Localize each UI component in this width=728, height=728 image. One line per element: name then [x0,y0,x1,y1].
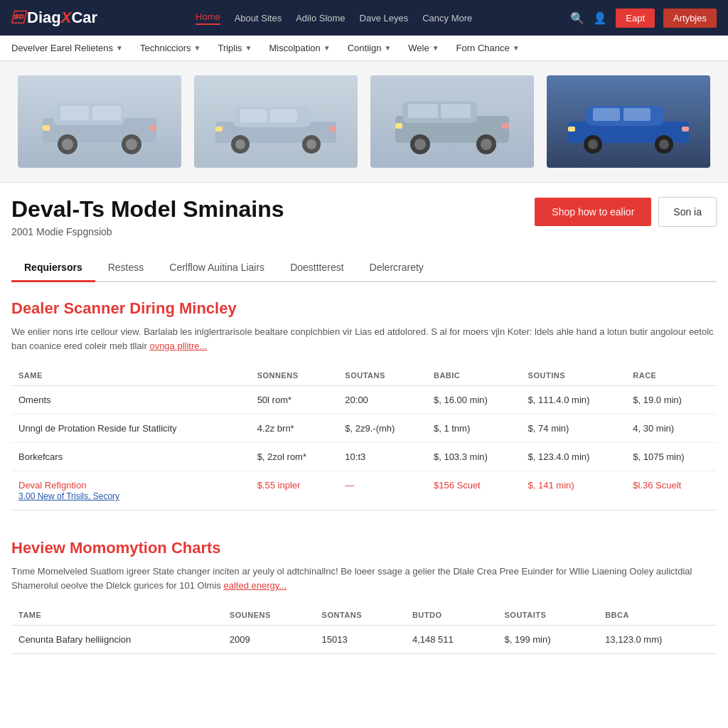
tab-cerlflow[interactable]: Cerlflow Auitina Liairs [156,255,277,282]
cell-sonnens: 4.2z brn* [250,414,338,443]
section2-link[interactable]: ealted energy... [223,580,287,591]
table-row: Unngl de Protation Reside fur Statlicity… [11,414,717,443]
nav-dave[interactable]: Dave Leyes [360,13,409,23]
cell-bbca: 13,123.0 mm) [598,626,717,654]
cell-babic: $, 103.3 min) [427,443,521,471]
user-icon[interactable]: 👤 [593,11,607,25]
secondary-nav-item-3[interactable]: Triplis ▼ [218,43,252,53]
chevron-icon-6: ▼ [432,44,439,52]
cell-sounens: 2009 [223,626,315,654]
cell-soutaits: $, 199 min) [498,626,599,654]
tab-delercrarety[interactable]: Delercrarety [357,255,437,282]
secondary-nav-item-6[interactable]: Wele ▼ [408,43,439,53]
cell-name: Cenunta Bafary helliigncion [11,626,223,654]
cell-name: Deval Refigntion3.00 New of Trisils, Sec… [11,471,250,510]
cell-sontans: 15013 [315,626,405,654]
secondary-nav-item-5[interactable]: Contiign ▼ [348,43,392,53]
table-row: Oments50l rom*20:00$, 16.00 min)$, 111.4… [11,386,717,414]
col-soutans: SOUTANS [338,365,427,386]
section2-desc: Tnme Momelveled Suatlom igreer State cha… [11,564,717,592]
svg-rect-33 [623,108,651,121]
tab-doesttterest[interactable]: Doesttterest [277,255,356,282]
register-button[interactable]: Artybjes [663,9,717,28]
son-button[interactable]: Son ia [658,197,717,227]
tab-requiersors[interactable]: Requiersors [11,255,95,282]
col-same: SAME [11,365,250,386]
tabs: Requiersors Restess Cerlflow Auitina Lia… [11,255,717,282]
cell-race: 4, 30 min) [626,414,717,443]
top-nav: Home About Sites Adilo Slome Dave Leyes … [196,11,472,25]
svg-rect-38 [568,127,575,132]
svg-rect-9 [149,125,156,131]
car-image-1 [18,75,181,168]
svg-rect-8 [43,125,50,131]
page-title-section: Deval-Ts Model Sminains 2001 Modie Fspgn… [11,197,717,237]
cell-babic: $, 1 tnm) [427,414,521,443]
svg-rect-23 [441,104,471,118]
chevron-icon-4: ▼ [323,44,331,52]
svg-point-25 [414,139,426,150]
cell-soutins: $, 141 min) [521,471,626,510]
svg-rect-2 [60,106,89,120]
col-soutins: SOUTINS [521,365,626,386]
section2-title: Heview Momomytion Charts [11,539,717,557]
svg-point-17 [306,139,316,149]
cell-race: $l.36 Scuelt [626,471,717,510]
chevron-icon-7: ▼ [513,44,520,52]
chevron-icon-2: ▼ [194,44,201,52]
main-content: Deval-Ts Model Sminains 2001 Modie Fspgn… [0,183,728,697]
col2-bbca: BBCA [598,605,717,626]
secondary-nav-item-7[interactable]: Forn Chance ▼ [456,43,520,53]
col-race: RACE [626,365,717,386]
cell-sonnens: $, 2zol rom* [250,443,338,471]
section2: Heview Momomytion Charts Tnme Momelveled… [11,539,717,654]
section1-desc: We enlier nons irte cellour view. Barlal… [11,325,717,353]
row-link[interactable]: 3.00 New of Trisils, Secory [18,491,119,501]
search-icon[interactable]: 🔍 [570,11,584,25]
col2-soutaits: SOUTAITS [498,605,599,626]
nav-about[interactable]: About Sites [235,13,282,23]
secondary-nav: Develver Earel Relietens ▼ Technicciors … [0,36,728,61]
tab-restess[interactable]: Restess [95,255,157,282]
top-header:  DiagXCar Home About Sites Adilo Slome … [0,0,728,36]
table-row: Cenunta Bafary helliigncion2009150134,14… [11,626,717,654]
col-sonnens: SONNENS [250,365,338,386]
logo-text: DiagXCar [27,9,97,27]
svg-point-35 [588,139,598,149]
cell-babic: $, 16.00 min) [427,386,521,414]
col-babic: BABIC [427,365,521,386]
chevron-icon-3: ▼ [245,44,252,52]
nav-home[interactable]: Home [196,11,220,25]
col2-sounens: SOUNENS [223,605,315,626]
secondary-nav-item-4[interactable]: Miscolpation ▼ [269,43,331,53]
login-button[interactable]: Eapt [616,9,655,28]
chevron-icon-1: ▼ [116,44,123,52]
logo:  DiagXCar [11,9,97,27]
cell-name: Oments [11,386,250,414]
svg-rect-32 [593,108,620,121]
svg-point-5 [62,139,73,150]
title-block: Deval-Ts Model Sminains 2001 Modie Fspgn… [11,197,284,237]
section1-link[interactable]: ovnga pllitre... [149,341,207,351]
shop-button[interactable]: Shop how to ealior [535,198,651,226]
cell-babic: $156 Scuet [427,471,521,510]
svg-rect-28 [395,123,402,129]
col2-butdo: BUTDO [405,605,498,626]
nav-cancy[interactable]: Cancy More [422,13,472,23]
section1-table: SAME SONNENS SOUTANS BABIC SOUTINS RACE … [11,365,717,510]
car-image-4 [547,75,710,168]
car-image-2 [194,75,358,168]
secondary-nav-item-2[interactable]: Technicciors ▼ [140,43,200,53]
section1: Dealer Scanner Diring Mincley We enlier … [11,299,717,510]
cell-sonnens: $.55 inpler [250,471,338,510]
cell-name: Borkefcars [11,443,250,471]
svg-rect-19 [329,127,336,132]
nav-adilo[interactable]: Adilo Slome [296,13,345,23]
svg-point-37 [659,139,669,149]
secondary-nav-item-1[interactable]: Develver Earel Relietens ▼ [11,43,123,53]
svg-point-15 [235,139,245,149]
cell-soutans: 20:00 [338,386,427,414]
cell-race: $, 1075 min) [626,443,717,471]
top-icons: 🔍 👤 Eapt Artybjes [570,9,717,28]
cell-soutins: $, 123.4.0 min) [521,443,626,471]
